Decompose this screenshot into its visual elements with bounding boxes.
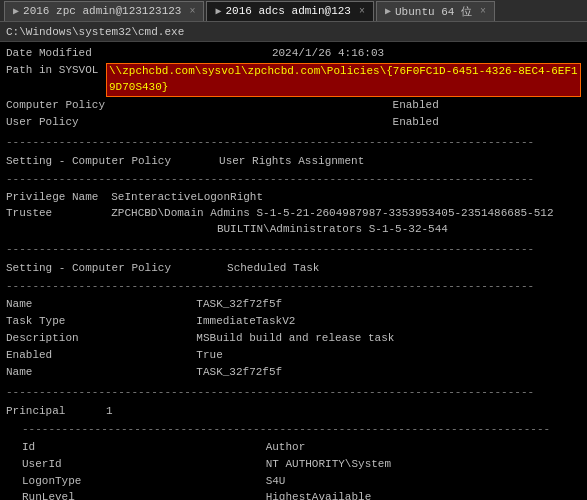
- principal-rows: Id Author UserId NT AUTHORITY\System Log…: [6, 440, 581, 500]
- tab-close-2[interactable]: ×: [359, 6, 365, 17]
- terminal-content[interactable]: Date Modified 2024/1/26 4:16:03 Path in …: [0, 42, 587, 500]
- terminal-icon-3: ▶: [385, 5, 391, 17]
- task-type-value: ImmediateTaskV2: [196, 314, 581, 331]
- privilege-rows: Privilege Name SeInteractiveLogonRight T…: [6, 190, 581, 240]
- policy-rows: Computer Policy Enabled User Policy Enab…: [6, 98, 581, 132]
- computer-policy-value: Enabled: [393, 98, 581, 115]
- setting-cp1-label: Setting - Computer Policy: [6, 154, 171, 170]
- tab-zpc[interactable]: ▶ 2016 zpc admin@123123123 ×: [4, 1, 204, 21]
- tab-label-adcs: 2016 adcs admin@123: [226, 5, 351, 17]
- tab-ubuntu[interactable]: ▶ Ubuntu 64 位 ×: [376, 1, 495, 21]
- divider-1: ----------------------------------------…: [6, 135, 581, 151]
- name2-label: Name: [6, 365, 196, 382]
- divider-6: ----------------------------------------…: [22, 422, 581, 438]
- privilege-label: Privilege Name: [6, 190, 111, 207]
- privilege-value: SeInteractiveLogonRight: [111, 190, 581, 207]
- logon-value: S4U: [266, 474, 581, 491]
- principal-value: 1: [106, 404, 113, 420]
- name2-value: TASK_32f72f5f: [196, 365, 581, 382]
- divider-5: ----------------------------------------…: [6, 385, 581, 401]
- path-row: Path in SYSVOL \\zpchcbd.com\sysvol\zpch…: [6, 63, 581, 97]
- tab-close-1[interactable]: ×: [189, 6, 195, 17]
- runlevel-label: RunLevel: [22, 490, 266, 500]
- setting-header-1: Setting - Computer Policy User Rights As…: [6, 154, 581, 170]
- terminal-icon-2: ▶: [215, 5, 221, 17]
- computer-policy-label: Computer Policy: [6, 98, 393, 115]
- scheduled-task-label: Scheduled Task: [227, 261, 319, 277]
- taskbar: ▶ 2016 zpc admin@123123123 × ▶ 2016 adcs…: [0, 0, 587, 22]
- setting-cp2-label: Setting - Computer Policy: [6, 261, 171, 277]
- userid-value: NT AUTHORITY\System: [266, 457, 581, 474]
- setting-header-2: Setting - Computer Policy Scheduled Task: [6, 261, 581, 277]
- divider-4: ----------------------------------------…: [6, 279, 581, 295]
- divider-2: ----------------------------------------…: [6, 172, 581, 188]
- id-label: Id: [22, 440, 266, 457]
- address-bar: C:\Windows\system32\cmd.exe: [0, 22, 587, 42]
- date-modified-label: Date Modified: [6, 46, 272, 63]
- name-label: Name: [6, 297, 196, 314]
- user-policy-label: User Policy: [6, 115, 393, 132]
- principal-row: Principal 1: [6, 404, 581, 420]
- enabled-label: Enabled: [6, 348, 196, 365]
- divider-3: ----------------------------------------…: [6, 242, 581, 258]
- trustee-value: ZPCHCBD\Domain Admins S-1-5-21-260498798…: [111, 206, 581, 239]
- runlevel-value: HighestAvailable: [266, 490, 581, 500]
- task-type-label: Task Type: [6, 314, 196, 331]
- name-value: TASK_32f72f5f: [196, 297, 581, 314]
- tab-label-ubuntu: Ubuntu 64 位: [395, 4, 472, 19]
- principal-label: Principal: [6, 404, 106, 420]
- path-value: \\zpchcbd.com\sysvol\zpchcbd.com\Policie…: [106, 63, 581, 97]
- tab-adcs[interactable]: ▶ 2016 adcs admin@123 ×: [206, 1, 373, 21]
- id-value: Author: [266, 440, 581, 457]
- terminal-icon-1: ▶: [13, 5, 19, 17]
- path-label: Path in SYSVOL: [6, 63, 106, 79]
- user-policy-value: Enabled: [393, 115, 581, 132]
- date-modified-value: 2024/1/26 4:16:03: [272, 46, 581, 63]
- description-label: Description: [6, 331, 196, 348]
- address-text: C:\Windows\system32\cmd.exe: [6, 26, 184, 38]
- description-value: MSBuild build and release task: [196, 331, 581, 348]
- tab-close-3[interactable]: ×: [480, 6, 486, 17]
- rights-assignment-label: User Rights Assignment: [219, 154, 364, 170]
- userid-label: UserId: [22, 457, 266, 474]
- tab-label-zpc: 2016 zpc admin@123123123: [23, 5, 181, 17]
- date-modified-row: Date Modified 2024/1/26 4:16:03: [6, 46, 581, 63]
- logon-label: LogonType: [22, 474, 266, 491]
- trustee-label: Trustee: [6, 206, 111, 239]
- task-rows: Name TASK_32f72f5f Task Type ImmediateTa…: [6, 297, 581, 382]
- enabled-value: True: [196, 348, 581, 365]
